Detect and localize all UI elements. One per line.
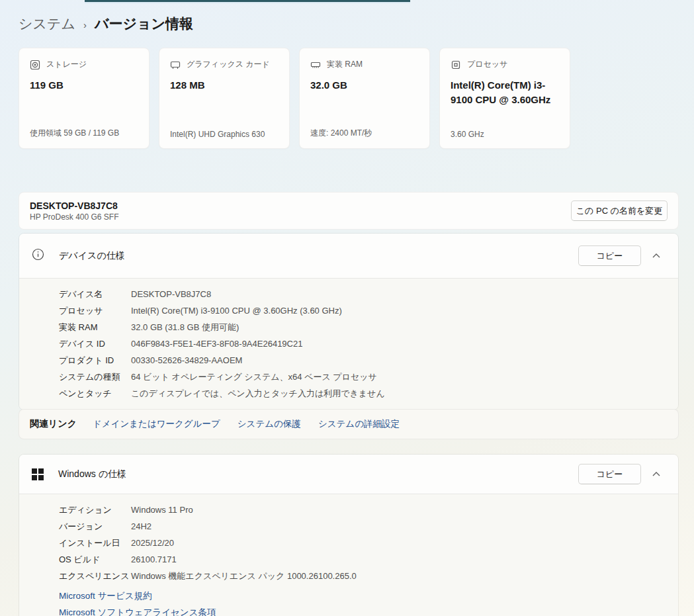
device-name: DESKTOP-VB8J7C8 bbox=[30, 200, 119, 211]
device-specs-body: デバイス名DESKTOP-VB8J7C8 プロセッサIntel(R) Core(… bbox=[19, 279, 678, 410]
related-links-card: 関連リンク ドメインまたはワークグループ システムの保護 システムの詳細設定 bbox=[19, 409, 679, 439]
graphics-card-card: グラフィックス カード 128 MB Intel(R) UHD Graphics… bbox=[159, 48, 290, 149]
device-name-card: DESKTOP-VB8J7C8 HP ProDesk 400 G6 SFF この… bbox=[19, 192, 679, 230]
windows-specs-copy-button[interactable]: コピー bbox=[578, 464, 641, 484]
processor-card: プロセッサ Intel(R) Core(TM) i3-9100 CPU @ 3.… bbox=[439, 48, 570, 149]
spec-row: プロセッサIntel(R) Core(TM) i3-9100 CPU @ 3.6… bbox=[59, 302, 678, 319]
link-system-protection[interactable]: システムの保護 bbox=[238, 418, 301, 430]
spec-row: デバイス名DESKTOP-VB8J7C8 bbox=[59, 286, 678, 302]
device-specs-copy-button[interactable]: コピー bbox=[578, 245, 641, 266]
ram-card: 実装 RAM 32.0 GB 速度: 2400 MT/秒 bbox=[299, 48, 430, 149]
cpu-icon bbox=[451, 60, 461, 70]
cpu-card-value: Intel(R) Core(TM) i3-9100 CPU @ 3.60GHz bbox=[451, 78, 556, 107]
spec-row: ペンとタッチこのディスプレイでは、ペン入力とタッチ入力は利用できません bbox=[59, 385, 678, 402]
device-specs-header[interactable]: デバイスの仕様 コピー bbox=[19, 234, 678, 279]
spec-row: プロダクト ID00330-52626-34829-AAOEM bbox=[59, 352, 678, 369]
windows-specs-header[interactable]: Windows の仕様 コピー bbox=[19, 455, 678, 494]
ram-icon bbox=[310, 60, 321, 70]
related-links-label: 関連リンク bbox=[30, 418, 77, 430]
spec-row: デバイス ID046F9843-F5E1-4EF3-8F08-9A4E26419… bbox=[59, 335, 678, 352]
gpu-icon bbox=[170, 60, 181, 70]
breadcrumb-separator-icon: › bbox=[83, 18, 87, 30]
page-title: バージョン情報 bbox=[95, 15, 193, 33]
spec-row: エクスペリエンスWindows 機能エクスペリエンス パック 1000.2610… bbox=[59, 568, 678, 584]
link-microsoft-software-license-terms[interactable]: Microsoft ソフトウェアライセンス条項 bbox=[59, 607, 678, 616]
ram-card-value: 32.0 GB bbox=[310, 78, 416, 93]
settings-about-page: システム › バージョン情報 ストレージ 119 GB 使用領域 59 GB /… bbox=[0, 0, 694, 616]
spec-row: バージョン24H2 bbox=[59, 518, 678, 535]
windows-specs-expander: Windows の仕様 コピー エディションWindows 11 Pro バージ… bbox=[19, 454, 679, 616]
windows-logo-icon bbox=[32, 468, 44, 480]
cpu-card-caption: 3.60 GHz bbox=[451, 130, 484, 139]
spec-row: システムの種類64 ビット オペレーティング システム、x64 ベース プロセッ… bbox=[59, 369, 678, 385]
link-advanced-system-settings[interactable]: システムの詳細設定 bbox=[318, 418, 400, 430]
cpu-card-label: プロセッサ bbox=[467, 59, 507, 70]
gpu-card-caption: Intel(R) UHD Graphics 630 bbox=[170, 130, 265, 139]
gpu-card-label: グラフィックス カード bbox=[187, 59, 270, 70]
storage-card-caption: 使用領域 59 GB / 119 GB bbox=[30, 128, 119, 139]
spec-row: インストール日2025/12/20 bbox=[59, 535, 678, 551]
windows-specs-title: Windows の仕様 bbox=[58, 468, 126, 480]
info-icon bbox=[32, 248, 44, 263]
windows-specs-body: エディションWindows 11 Pro バージョン24H2 インストール日20… bbox=[19, 494, 678, 616]
storage-card-value: 119 GB bbox=[30, 78, 136, 93]
spec-row: 実装 RAM32.0 GB (31.8 GB 使用可能) bbox=[59, 319, 678, 335]
spec-row: OS ビルド26100.7171 bbox=[59, 551, 678, 568]
hardware-summary-cards: ストレージ 119 GB 使用領域 59 GB / 119 GB グラフィックス… bbox=[19, 48, 570, 149]
link-domain-or-workgroup[interactable]: ドメインまたはワークグループ bbox=[93, 418, 220, 430]
gpu-card-value: 128 MB bbox=[170, 78, 276, 93]
rename-pc-button[interactable]: この PC の名前を変更 bbox=[571, 200, 668, 221]
breadcrumb: システム › バージョン情報 bbox=[19, 15, 193, 33]
chevron-up-icon[interactable] bbox=[645, 464, 668, 484]
device-specs-expander: デバイスの仕様 コピー デバイス名DESKTOP-VB8J7C8 プロセッサIn… bbox=[19, 233, 679, 410]
spec-row: エディションWindows 11 Pro bbox=[59, 502, 678, 518]
storage-icon bbox=[30, 60, 40, 70]
ram-card-label: 実装 RAM bbox=[327, 59, 363, 70]
device-specs-title: デバイスの仕様 bbox=[59, 250, 125, 262]
device-model: HP ProDesk 400 G6 SFF bbox=[30, 212, 119, 222]
window-edge-artifact bbox=[85, 0, 410, 3]
storage-card-label: ストレージ bbox=[46, 59, 87, 70]
chevron-up-icon[interactable] bbox=[645, 245, 668, 266]
storage-card: ストレージ 119 GB 使用領域 59 GB / 119 GB bbox=[19, 48, 150, 149]
breadcrumb-system[interactable]: システム bbox=[19, 15, 75, 33]
ram-card-caption: 速度: 2400 MT/秒 bbox=[310, 128, 372, 139]
link-microsoft-services-agreement[interactable]: Microsoft サービス規約 bbox=[59, 590, 678, 602]
